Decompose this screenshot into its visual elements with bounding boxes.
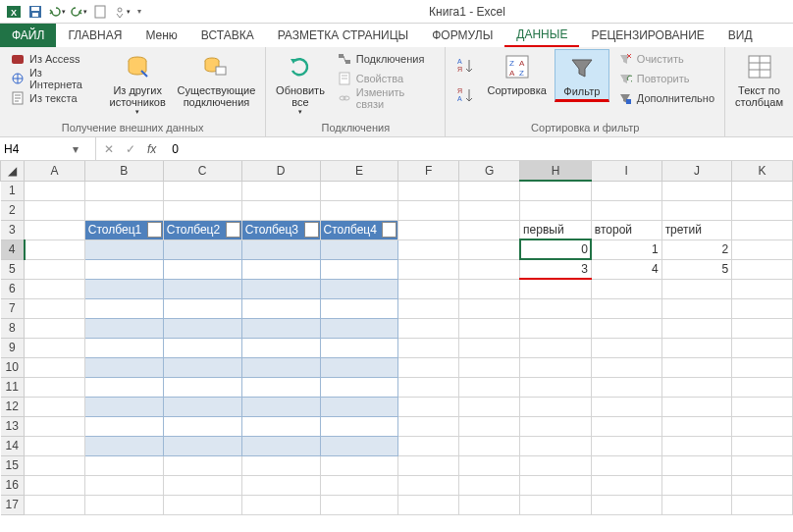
cell[interactable] <box>241 200 320 220</box>
row-header[interactable]: 3 <box>1 220 25 239</box>
row-header[interactable]: 5 <box>1 259 25 279</box>
cell[interactable] <box>661 298 732 318</box>
accept-formula-icon[interactable]: ✓ <box>122 142 139 156</box>
cell[interactable] <box>661 495 732 514</box>
tab-menu[interactable]: Меню <box>133 24 188 47</box>
cell[interactable] <box>25 220 85 239</box>
cell[interactable] <box>25 259 85 279</box>
cell[interactable] <box>241 397 320 416</box>
cell[interactable] <box>732 279 793 298</box>
cell[interactable] <box>163 200 241 220</box>
cell[interactable] <box>732 357 793 377</box>
cell[interactable] <box>25 416 85 436</box>
cell[interactable] <box>661 357 732 377</box>
cell[interactable] <box>398 495 459 514</box>
cell[interactable] <box>732 220 793 239</box>
cell[interactable] <box>320 455 398 475</box>
cell[interactable] <box>591 181 661 200</box>
cell[interactable] <box>732 455 793 475</box>
tab-home[interactable]: ГЛАВНАЯ <box>56 24 133 47</box>
cell[interactable] <box>398 220 459 239</box>
cell[interactable] <box>320 416 398 436</box>
cell[interactable] <box>25 436 85 455</box>
sort-button[interactable]: ZAAZ Сортировка <box>483 49 550 98</box>
cell[interactable] <box>241 279 320 298</box>
cell[interactable] <box>241 338 320 357</box>
cell[interactable] <box>84 298 163 318</box>
cell[interactable] <box>591 338 661 357</box>
from-access-button[interactable]: Из Access <box>6 49 102 69</box>
cell[interactable] <box>458 495 519 514</box>
cell[interactable] <box>163 416 241 436</box>
row-header[interactable]: 13 <box>1 416 25 436</box>
cell[interactable] <box>661 377 732 397</box>
cell[interactable] <box>661 200 732 220</box>
cell[interactable] <box>458 455 519 475</box>
cell[interactable] <box>458 200 519 220</box>
cell[interactable]: Столбец2▾ <box>163 220 241 239</box>
cell[interactable] <box>398 318 459 338</box>
cell[interactable]: Столбец4▾ <box>320 220 398 239</box>
col-header[interactable]: E <box>320 161 398 181</box>
connections-button[interactable]: Подключения <box>333 49 440 69</box>
cell[interactable] <box>320 338 398 357</box>
col-header[interactable]: J <box>661 161 732 181</box>
cell[interactable] <box>591 357 661 377</box>
cell[interactable] <box>398 377 459 397</box>
cell[interactable] <box>520 181 592 200</box>
cell[interactable] <box>732 298 793 318</box>
cell[interactable] <box>241 475 320 495</box>
filter-dropdown-icon[interactable]: ▾ <box>304 222 319 238</box>
cell[interactable] <box>84 475 163 495</box>
cell[interactable] <box>520 279 592 298</box>
undo-icon[interactable]: ▾ <box>47 2 67 22</box>
cell[interactable] <box>163 495 241 514</box>
cell[interactable] <box>732 239 793 259</box>
cell[interactable] <box>241 455 320 475</box>
cell[interactable] <box>25 200 85 220</box>
cell[interactable] <box>320 357 398 377</box>
cell[interactable] <box>320 318 398 338</box>
cell[interactable] <box>398 200 459 220</box>
cell[interactable] <box>398 338 459 357</box>
row-header[interactable]: 1 <box>1 181 25 200</box>
cell[interactable] <box>163 338 241 357</box>
cell[interactable] <box>458 220 519 239</box>
cell[interactable] <box>25 298 85 318</box>
cell[interactable] <box>591 475 661 495</box>
cell[interactable] <box>520 397 592 416</box>
cell[interactable] <box>661 338 732 357</box>
cell[interactable] <box>241 181 320 200</box>
cell[interactable] <box>320 259 398 279</box>
cell[interactable] <box>398 298 459 318</box>
tab-pagelayout[interactable]: РАЗМЕТКА СТРАНИЦЫ <box>266 24 421 47</box>
row-header[interactable]: 16 <box>1 475 25 495</box>
tab-review[interactable]: РЕЦЕНЗИРОВАНИЕ <box>579 24 715 47</box>
cell[interactable] <box>732 318 793 338</box>
cell[interactable] <box>241 298 320 318</box>
cell[interactable] <box>25 318 85 338</box>
cell[interactable] <box>320 200 398 220</box>
cell[interactable] <box>320 298 398 318</box>
cell[interactable] <box>163 475 241 495</box>
cell[interactable] <box>458 181 519 200</box>
cell[interactable] <box>25 455 85 475</box>
cell[interactable] <box>458 239 519 259</box>
cell[interactable] <box>241 318 320 338</box>
cell[interactable] <box>84 318 163 338</box>
name-box[interactable]: ▾ <box>0 137 96 160</box>
row-header[interactable]: 2 <box>1 200 25 220</box>
col-header[interactable]: B <box>84 161 163 181</box>
row-header[interactable]: 17 <box>1 495 25 514</box>
cell[interactable] <box>241 377 320 397</box>
row-header[interactable]: 10 <box>1 357 25 377</box>
cell[interactable] <box>241 416 320 436</box>
cell[interactable]: 4 <box>591 259 661 279</box>
cell[interactable] <box>241 357 320 377</box>
cell[interactable] <box>732 259 793 279</box>
cell[interactable]: третий <box>661 220 732 239</box>
tab-data[interactable]: ДАННЫЕ <box>504 24 579 47</box>
from-text-button[interactable]: Из текста <box>6 88 102 108</box>
cell[interactable] <box>398 436 459 455</box>
cell[interactable] <box>25 279 85 298</box>
